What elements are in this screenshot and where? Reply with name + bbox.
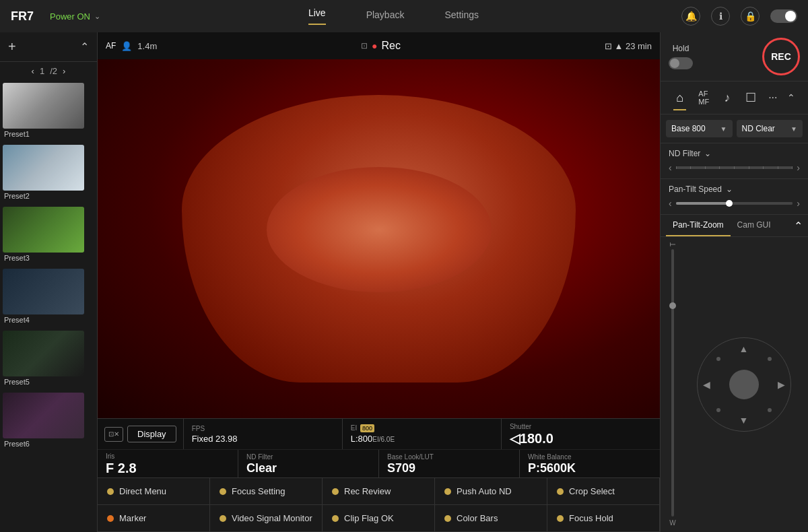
clip-flag-ok-button[interactable]: Clip Flag OK (323, 505, 435, 532)
marker-dot (107, 515, 114, 522)
nd-label: ND Filter (246, 453, 370, 461)
list-item[interactable]: Preset2 (3, 145, 94, 203)
zoom-slider-vertical: T W (666, 242, 679, 527)
pt-speed-left-arrow[interactable]: ‹ (669, 198, 672, 209)
tab-playback[interactable]: Playback (366, 9, 405, 23)
tab-live[interactable]: Live (308, 7, 326, 25)
pan-down-button[interactable]: ▼ (739, 415, 749, 426)
tab-cam-gui[interactable]: Cam GUI (731, 215, 778, 236)
box-icon[interactable]: ☐ (743, 88, 759, 108)
preset-thumbnail (3, 83, 84, 129)
list-item[interactable]: Preset4 (3, 269, 94, 327)
music-note-icon[interactable]: ♪ (722, 88, 733, 108)
home-icon[interactable]: ⌂ (673, 88, 686, 108)
iris-label: Iris (106, 453, 230, 460)
list-item[interactable]: Preset1 (3, 83, 94, 141)
pan-tilt-speed-slider[interactable] (676, 202, 793, 205)
power-label: Power ON (50, 11, 90, 22)
panel-collapse-icon[interactable]: ⌃ (787, 92, 795, 103)
fps-stat: FPS Fixed 23.98 (183, 419, 342, 449)
prev-page-button[interactable]: ‹ (32, 66, 34, 76)
list-item[interactable]: Preset5 (3, 331, 94, 389)
zoom-slider-thumb[interactable] (669, 302, 676, 309)
add-preset-button[interactable]: + (8, 39, 16, 55)
nd-slider-right-arrow[interactable]: › (797, 162, 800, 173)
joystick-center[interactable] (729, 370, 759, 399)
fps-label: FPS (192, 425, 334, 432)
nd-filter-title[interactable]: ND Filter ⌄ (669, 149, 800, 158)
hold-toggle[interactable] (669, 57, 693, 69)
preset-thumbnail (3, 269, 84, 314)
pan-left-button[interactable]: ◀ (703, 379, 710, 390)
more-options-icon[interactable]: ··· (768, 92, 777, 104)
corner-dot-tl (716, 357, 720, 361)
person-icon: 👤 (121, 41, 132, 51)
pan-tilt-speed-chevron-icon: ⌄ (726, 185, 733, 194)
tab-settings[interactable]: Settings (444, 9, 479, 23)
nd-filter-slider[interactable] (676, 166, 793, 169)
camera-image (98, 59, 660, 418)
nav-tabs: Live Playback Settings (106, 7, 681, 25)
camera-info-left: AF 👤 1.4m (106, 41, 157, 51)
lut-label: Base Look/LUT (387, 453, 511, 461)
direct-menu-button[interactable]: Direct Menu (98, 478, 210, 505)
shutter-value: ◁180.0 (510, 432, 652, 445)
panel-bottom-collapse[interactable]: ⌃ (794, 215, 803, 236)
lock-icon[interactable]: 🔒 (741, 7, 760, 26)
slider-mark (734, 166, 735, 169)
base-iso-dropdown[interactable]: Base 800 ▼ (666, 120, 733, 137)
nd-slider-left-arrow[interactable]: ‹ (669, 162, 672, 173)
focus-hold-button[interactable]: Focus Hold (547, 505, 660, 532)
pan-up-button[interactable]: ▲ (739, 343, 749, 354)
info-icon[interactable]: ℹ (711, 7, 730, 26)
list-item[interactable]: Preset6 (3, 393, 94, 451)
pt-speed-right-arrow[interactable]: › (797, 198, 800, 209)
color-bars-label: Color Bars (457, 513, 498, 523)
wb-value: P:5600K (528, 462, 652, 474)
wb-label: White Balance (528, 453, 652, 461)
iris-stat: Iris F 2.8 (98, 450, 238, 477)
slider-thumb[interactable] (726, 200, 733, 207)
display-button[interactable]: Display (127, 426, 176, 442)
joystick-area: ▲ ▼ ◀ ▶ (685, 242, 803, 527)
pan-tilt-speed-slider-row: ‹ › (669, 198, 800, 209)
main-content: + ⌃ ‹ 1 /2 › Preset1 Preset2 Preset3 (0, 32, 808, 532)
rec-button[interactable]: REC (762, 38, 800, 75)
preset-label: Preset4 (3, 314, 94, 327)
sidebar-collapse-button[interactable]: ⌃ (80, 40, 89, 53)
bell-icon[interactable]: 🔔 (681, 7, 700, 26)
nd-clear-dropdown[interactable]: ND Clear ▼ (737, 120, 803, 137)
preset-thumbnail (3, 207, 84, 253)
pan-right-button[interactable]: ▶ (778, 379, 785, 390)
corner-dot-tr (768, 357, 772, 361)
power-toggle[interactable] (770, 9, 797, 23)
waveform-icon[interactable]: ⊡✕ (104, 427, 123, 442)
pan-tilt-speed-title[interactable]: Pan-Tilt Speed ⌄ (669, 185, 800, 194)
color-bars-button[interactable]: Color Bars (435, 505, 547, 532)
nd-clear-value: ND Clear (742, 124, 775, 133)
next-page-button[interactable]: › (63, 66, 65, 76)
video-signal-monitor-button[interactable]: Video Signal Monitor (210, 505, 323, 532)
rec-review-button[interactable]: Rec Review (323, 478, 435, 505)
af-badge: AF (106, 41, 116, 51)
af-mf-icon[interactable]: AFMF (696, 87, 712, 108)
crop-select-button[interactable]: Crop Select (547, 478, 660, 505)
zoom-slider[interactable] (671, 249, 674, 517)
lut-value: S709 (387, 462, 511, 474)
right-panel-top: Hold REC (661, 32, 808, 81)
power-status[interactable]: Power ON ⌄ (50, 11, 100, 22)
ei-value: L:800EI/6.0E (351, 434, 493, 444)
marker-button[interactable]: Marker (98, 505, 210, 532)
zoom-w-label: W (669, 519, 675, 527)
marker-label: Marker (119, 513, 146, 523)
focus-setting-button[interactable]: Focus Setting (210, 478, 323, 505)
focus-distance: 1.4m (137, 41, 157, 51)
preset-thumbnail (3, 393, 84, 438)
slider-mark (792, 166, 793, 169)
power-chevron-icon: ⌄ (94, 12, 100, 21)
slider-mark (778, 166, 778, 169)
list-item[interactable]: Preset3 (3, 207, 94, 265)
push-auto-nd-button[interactable]: Push Auto ND (435, 478, 547, 505)
tab-pan-tilt-zoom[interactable]: Pan-Tilt-Zoom (666, 215, 731, 236)
pan-tilt-joystick[interactable]: ▲ ▼ ◀ ▶ (697, 337, 791, 432)
